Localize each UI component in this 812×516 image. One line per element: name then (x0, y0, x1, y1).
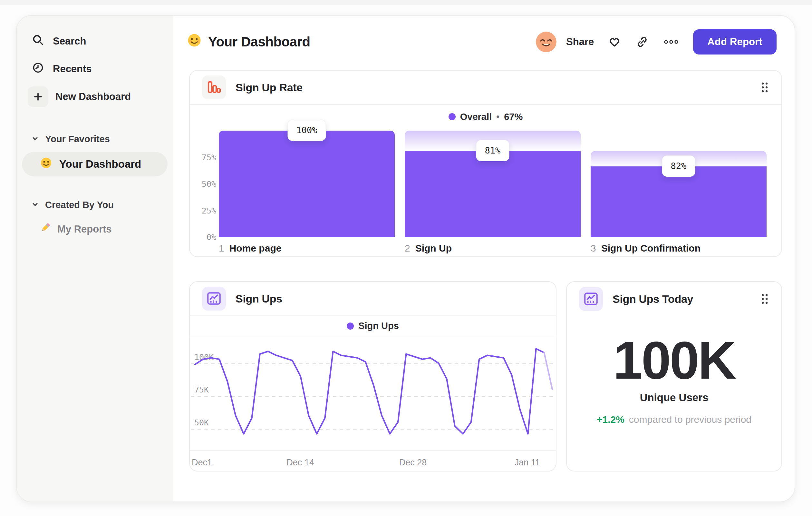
kpi-delta: +1.2% (597, 414, 625, 425)
sidebar-section-your-favorites[interactable]: Your Favorites (17, 129, 173, 149)
sidebar-item-label: Search (53, 35, 86, 47)
card-title: Sign Ups Today (613, 293, 693, 305)
search-icon (32, 33, 45, 49)
sign-ups-card: Sign Ups Sign Ups 100K75K50KDec1Dec 14De… (189, 281, 556, 471)
funnel-y-axis: 75%50%25%0% (196, 131, 216, 237)
sidebar-item-label: Your Dashboard (59, 158, 141, 170)
line-chart-icon (202, 287, 226, 310)
plus-icon (28, 86, 48, 107)
kpi-delta-row: +1.2% compared to previous period (597, 414, 751, 425)
legend-value: 67% (504, 112, 523, 122)
legend-dot (448, 113, 456, 120)
sidebar-item-recents[interactable]: Recents (17, 55, 173, 83)
funnel-bar-solid (405, 151, 581, 237)
legend-series-label: Sign Ups (358, 321, 399, 331)
svg-text:100K: 100K (194, 352, 214, 362)
funnel-chart-icon (202, 76, 226, 99)
sidebar: Search Recents New Dashboard (17, 16, 173, 501)
section-label: Created By You (45, 200, 114, 210)
kpi-label: Unique Users (640, 391, 708, 404)
favorite-heart-icon[interactable] (607, 35, 621, 49)
drag-handle-icon[interactable] (760, 293, 769, 305)
funnel-bar-sign-up-confirmation: 82% (591, 131, 766, 237)
add-report-button[interactable]: Add Report (693, 29, 777, 55)
sidebar-item-my-reports[interactable]: My Reports (17, 217, 173, 242)
legend-series-label: Overall (460, 112, 492, 122)
more-options-icon[interactable] (663, 35, 679, 49)
kpi-body: 100K Unique Users +1.2% compared to prev… (567, 316, 781, 425)
sidebar-item-search[interactable]: Search (17, 27, 173, 55)
sidebar-item-label: New Dashboard (55, 91, 131, 103)
svg-text:Dec 14: Dec 14 (286, 458, 314, 467)
card-header: Sign Up Rate (190, 71, 781, 105)
funnel-value-badge: 81% (476, 140, 509, 161)
page-header: Your Dashboard Share (187, 28, 777, 56)
card-title: Sign Ups (236, 293, 282, 305)
kpi-delta-caption: compared to previous period (629, 414, 751, 425)
funnel-step-label: 1 Home page (219, 243, 395, 254)
funnel-bar-solid (219, 131, 395, 237)
header-actions: Share Add Report (536, 29, 777, 55)
funnel-bar-sign-up: 81% (405, 131, 581, 237)
svg-text:50K: 50K (194, 418, 209, 427)
svg-text:Dec 28: Dec 28 (399, 458, 427, 467)
sidebar-item-label: My Reports (57, 223, 112, 235)
svg-text:Jan 11: Jan 11 (515, 458, 540, 467)
funnel-step-labels: 1 Home page 2 Sign Up 3 Sign Up Confirma… (219, 243, 766, 254)
copy-link-icon[interactable] (635, 35, 649, 49)
card-header: Sign Ups (190, 282, 556, 316)
sidebar-section-created-by-you[interactable]: Created By You (17, 194, 173, 215)
funnel-plot: 100% 81% 82% (219, 131, 766, 237)
card-header: Sign Ups Today (567, 282, 781, 316)
line-chart-icon (579, 287, 603, 311)
funnel-step-label: 3 Sign Up Confirmation (591, 243, 766, 254)
line-legend: Sign Ups (190, 316, 556, 336)
funnel-step-label: 2 Sign Up (405, 243, 581, 254)
funnel-value-badge: 100% (288, 120, 325, 141)
kpi-value: 100K (613, 334, 735, 387)
section-label: Your Favorites (45, 134, 110, 144)
legend-separator: • (496, 112, 499, 122)
chevron-down-icon (32, 134, 39, 144)
drag-handle-icon[interactable] (760, 81, 769, 94)
sign-up-rate-card: Sign Up Rate Overall • 67% 75%50%25%0% 1… (189, 70, 782, 257)
legend-dot (347, 323, 354, 330)
sidebar-item-your-dashboard[interactable]: Your Dashboard (22, 152, 168, 176)
sign-ups-today-card: Sign Ups Today 100K Unique Users +1.2% c… (566, 281, 782, 471)
app-window: Search Recents New Dashboard (16, 15, 795, 502)
chevron-down-icon (32, 200, 39, 210)
sign-ups-line-chart: 100K75K50KDec1Dec 14Dec 28Jan 11 (190, 337, 556, 471)
sidebar-item-label: Recents (53, 63, 92, 75)
pencil-emoji (39, 222, 52, 237)
clock-icon (32, 61, 45, 77)
funnel-value-badge: 82% (663, 156, 695, 176)
svg-text:75K: 75K (194, 385, 209, 395)
funnel-legend: Overall • 67% (190, 109, 781, 124)
smiley-emoji (187, 33, 202, 51)
sidebar-item-new-dashboard[interactable]: New Dashboard (17, 83, 173, 111)
avatar[interactable] (536, 32, 556, 52)
funnel-bar-home-page: 100% (219, 131, 395, 237)
smiley-emoji (40, 157, 52, 171)
share-button[interactable]: Share (566, 36, 594, 48)
card-title: Sign Up Rate (236, 81, 302, 94)
svg-text:Dec1: Dec1 (192, 458, 212, 467)
page-title: Your Dashboard (187, 33, 310, 51)
funnel-bar-solid (591, 166, 766, 237)
